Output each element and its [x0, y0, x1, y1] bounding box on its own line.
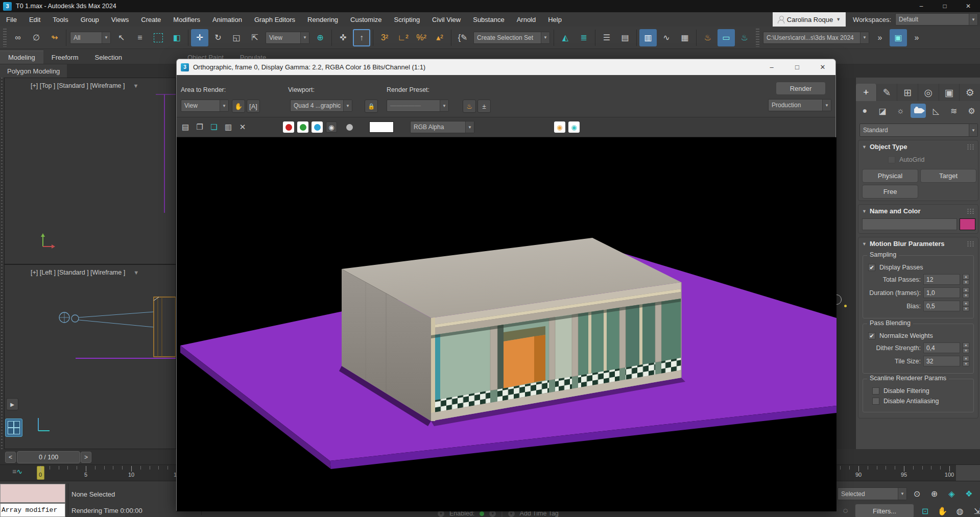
zoom-all-icon[interactable]: ⊕ — [926, 486, 942, 501]
rectangular-selection-region-icon[interactable] — [150, 29, 167, 46]
menu-views[interactable]: Views — [105, 12, 135, 27]
total-passes-field[interactable]: 12 — [923, 274, 960, 285]
bias-field[interactable]: 0,5 — [923, 301, 960, 311]
toolbar-overflow-chevron-2[interactable]: » — [908, 29, 925, 46]
viewport-dropdown[interactable]: Quad 4 ...graphic ▼ — [290, 100, 352, 112]
green-channel-toggle[interactable] — [297, 121, 308, 133]
hierarchy-tab[interactable]: ⊞ — [897, 84, 918, 101]
previous-frame-button[interactable]: < — [5, 452, 16, 463]
channel-display-dropdown[interactable]: RGB Alpha ▼ — [410, 121, 474, 133]
edit-named-selection-sets-icon[interactable]: {✎ — [454, 29, 471, 46]
project-folder-dropdown[interactable]: C:\Users\carol...s\3ds Max 2024▼ — [763, 32, 869, 44]
current-frame-display[interactable]: 0 / 100 — [17, 451, 80, 463]
bias-spinner[interactable]: ▲▼ — [963, 301, 969, 311]
render-setup-icon[interactable]: ♨ — [699, 29, 716, 46]
toolbar-drag-handle[interactable] — [3, 29, 7, 47]
toolbar-section-handle[interactable] — [756, 29, 759, 47]
next-frame-button[interactable]: > — [81, 452, 91, 463]
render-mode-dropdown[interactable]: Production ▼ — [768, 99, 831, 111]
zoom-extents-all-icon[interactable]: ❖ — [961, 486, 977, 501]
object-class-dropdown[interactable]: Standard ▼ — [859, 124, 978, 137]
space-warps-category[interactable]: ≋ — [946, 104, 962, 118]
save-image-icon[interactable]: ▤ — [180, 121, 191, 133]
select-and-rotate-icon[interactable]: ↻ — [209, 29, 227, 46]
filter-funnel-icon[interactable]: ▼ — [133, 83, 138, 89]
cameras-category[interactable] — [911, 104, 926, 118]
maximize-button[interactable]: □ — [933, 0, 957, 12]
viewport-left-label[interactable]: [+] [Left ] [Standard ] [Wireframe ] ▼ — [31, 269, 139, 276]
motion-blur-header[interactable]: ▼ Motion Blur Parameters — [858, 237, 978, 250]
print-image-icon[interactable]: ▥ — [223, 121, 234, 133]
mirror-icon[interactable]: ◭ — [557, 29, 574, 46]
render-button[interactable]: Render — [776, 82, 826, 95]
alpha-channel-toggle[interactable] — [346, 124, 353, 131]
select-and-move-icon[interactable]: ✛ — [191, 29, 208, 46]
disable-filtering-checkbox[interactable]: ✔ — [872, 387, 879, 395]
ribbon-toggle-icon[interactable]: ▥ — [639, 29, 657, 46]
viewport-left[interactable]: [+] [Left ] [Standard ] [Wireframe ] ▼ — [4, 264, 176, 449]
viewport-top[interactable]: [+] [Top ] [Standard ] [Wireframe ] ▼ — [4, 78, 176, 264]
monochrome-toggle[interactable]: ◉ — [326, 121, 337, 133]
viewport-top-label[interactable]: [+] [Top ] [Standard ] [Wireframe ] ▼ — [31, 82, 138, 89]
menu-rendering[interactable]: Rendering — [301, 12, 344, 27]
angle-snap-icon[interactable]: ∟² — [394, 29, 412, 46]
selected-dropdown[interactable]: Selected ▼ — [838, 487, 907, 500]
keyboard-override-icon[interactable]: ↑ — [353, 29, 370, 46]
menu-scripting[interactable]: Scripting — [388, 12, 426, 27]
object-type-header[interactable]: ▼ Object Type — [858, 140, 978, 153]
geometry-category[interactable]: ● — [857, 104, 872, 118]
toolbar-ui-toggle[interactable]: ◉ — [568, 121, 580, 133]
maxscript-mini-listener[interactable] — [0, 484, 65, 503]
menu-customize[interactable]: Customize — [344, 12, 388, 27]
polygon-modeling-tab[interactable]: Polygon Modeling — [0, 64, 67, 78]
menu-animation[interactable]: Animation — [206, 12, 248, 27]
total-passes-spinner[interactable]: ▲▼ — [963, 274, 969, 285]
menu-modifiers[interactable]: Modifiers — [167, 12, 206, 27]
modify-tab[interactable]: ✎ — [877, 84, 898, 101]
user-account-menu[interactable]: Carolina Roque ▼ — [773, 12, 846, 27]
disable-antialiasing-checkbox[interactable]: ✔ — [872, 398, 879, 405]
create-tab[interactable]: + — [856, 84, 877, 101]
close-button[interactable]: ✕ — [957, 0, 980, 12]
object-name-field[interactable] — [862, 218, 957, 230]
dock-flyout-button[interactable]: ▶ — [6, 398, 18, 410]
name-color-header[interactable]: ▼ Name and Color — [858, 205, 978, 217]
isolate-selection-icon[interactable]: ◌ — [838, 504, 853, 517]
physical-camera-button[interactable]: Physical — [862, 169, 918, 183]
menu-arnold[interactable]: Arnold — [511, 12, 542, 27]
lock-viewport-icon[interactable]: 🔒 — [365, 100, 378, 113]
layer-explorer-toggle-icon[interactable]: ▤ — [616, 29, 634, 46]
object-color-swatch[interactable] — [960, 218, 975, 230]
select-and-place-icon[interactable]: ⇱ — [246, 29, 264, 46]
pan-icon[interactable]: ✋ — [935, 504, 950, 517]
rendered-frame-window[interactable]: 3 Orthographic, frame 0, Display Gamma: … — [176, 59, 836, 511]
select-and-manipulate-icon[interactable]: ✜ — [334, 29, 352, 46]
use-pivot-point-center-icon[interactable]: ⊕ — [312, 29, 329, 46]
motion-tab[interactable]: ◎ — [918, 84, 939, 101]
pan-region-icon[interactable]: ✋ — [232, 100, 245, 113]
blue-channel-toggle[interactable] — [312, 121, 323, 133]
red-channel-toggle[interactable] — [283, 121, 294, 133]
select-and-scale-icon[interactable]: ◱ — [228, 29, 245, 46]
minimize-button[interactable]: – — [910, 0, 933, 12]
toolbar-dock-handle[interactable] — [0, 78, 4, 449]
unlink-selection-icon[interactable]: ∅ — [28, 29, 45, 46]
copy-image-icon[interactable]: ❐ — [194, 121, 205, 133]
menu-civil-view[interactable]: Civil View — [426, 12, 467, 27]
align-icon[interactable]: ≣ — [575, 29, 592, 46]
menu-group[interactable]: Group — [75, 12, 105, 27]
background-color-swatch[interactable] — [369, 121, 394, 133]
maximize-button[interactable]: □ — [784, 59, 810, 75]
menu-file[interactable]: File — [0, 12, 23, 27]
rendered-frame-window-icon[interactable]: ▭ — [718, 29, 735, 46]
menu-graph-editors[interactable]: Graph Editors — [248, 12, 301, 27]
close-button[interactable]: ✕ — [810, 59, 835, 75]
gamma-toggle-icon[interactable]: ± — [477, 100, 491, 113]
maxscript-listener-line[interactable]: Array modifier — [0, 503, 65, 517]
spinner-snap-icon[interactable]: ▴² — [431, 29, 448, 46]
menu-edit[interactable]: Edit — [23, 12, 46, 27]
bind-to-space-warp-icon[interactable]: ↬ — [46, 29, 63, 46]
lights-category[interactable]: ☼ — [893, 104, 908, 118]
helpers-category[interactable]: ◺ — [928, 104, 944, 118]
mini-curve-editor-icon[interactable]: ≡∿ — [12, 467, 22, 476]
